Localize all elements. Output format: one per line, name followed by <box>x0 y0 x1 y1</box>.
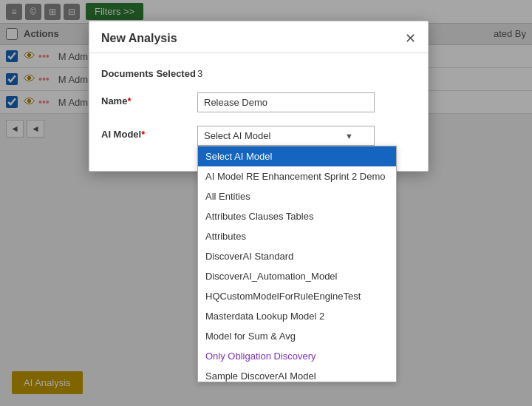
dropdown-item[interactable]: DiscoverAI_Automation_Model <box>198 266 396 286</box>
dropdown-item[interactable]: Only Obligation Discovery <box>198 346 396 366</box>
name-label: Name* <box>101 92 197 106</box>
dropdown-item[interactable]: Model for Sum & Avg <box>198 326 396 346</box>
documents-selected-value: 3 <box>197 65 202 79</box>
modal-title: New Analysis <box>101 32 177 45</box>
dropdown-item[interactable]: Attributes <box>198 226 396 246</box>
dropdown-item[interactable]: All Entities <box>198 186 396 206</box>
name-input[interactable] <box>197 92 375 112</box>
dropdown-item[interactable]: AI Model RE Enhancement Sprint 2 Demo <box>198 166 396 186</box>
dropdown-item[interactable]: Attributes Clauses Tables <box>198 206 396 226</box>
name-row: Name* <box>101 92 416 112</box>
dropdown-item[interactable]: DiscoverAI Standard <box>198 246 396 266</box>
ai-model-select[interactable]: Select AI Model ▼ <box>197 126 375 146</box>
ai-model-label: AI Model* <box>101 126 197 140</box>
name-required-marker: * <box>127 95 131 106</box>
ai-model-required-marker: * <box>141 129 145 140</box>
documents-selected-label: Documents Selected <box>101 65 197 79</box>
dropdown-item[interactable]: Sample DiscoverAI Model <box>198 366 396 382</box>
dropdown-item[interactable]: Masterdata Lookup Model 2 <box>198 306 396 326</box>
documents-selected-row: Documents Selected 3 <box>101 65 416 79</box>
dropdown-item[interactable]: Select AI Model <box>198 146 396 166</box>
dropdown-item[interactable]: HQCustomModelForRuleEngineTest <box>198 286 396 306</box>
select-display-text: Select AI Model <box>204 130 270 141</box>
modal-close-button[interactable]: ✕ <box>405 32 416 45</box>
ai-model-dropdown: Select AI ModelAI Model RE Enhancement S… <box>197 146 397 382</box>
modal-body: Documents Selected 3 Name* AI Model* Sel… <box>89 53 428 171</box>
new-analysis-modal: New Analysis ✕ Documents Selected 3 Name… <box>89 21 429 172</box>
ai-model-row: AI Model* Select AI Model ▼ Select AI Mo… <box>101 126 416 146</box>
ai-model-select-wrapper: Select AI Model ▼ Select AI ModelAI Mode… <box>197 126 375 146</box>
modal-header: New Analysis ✕ <box>89 21 428 53</box>
chevron-down-icon: ▼ <box>345 132 353 141</box>
